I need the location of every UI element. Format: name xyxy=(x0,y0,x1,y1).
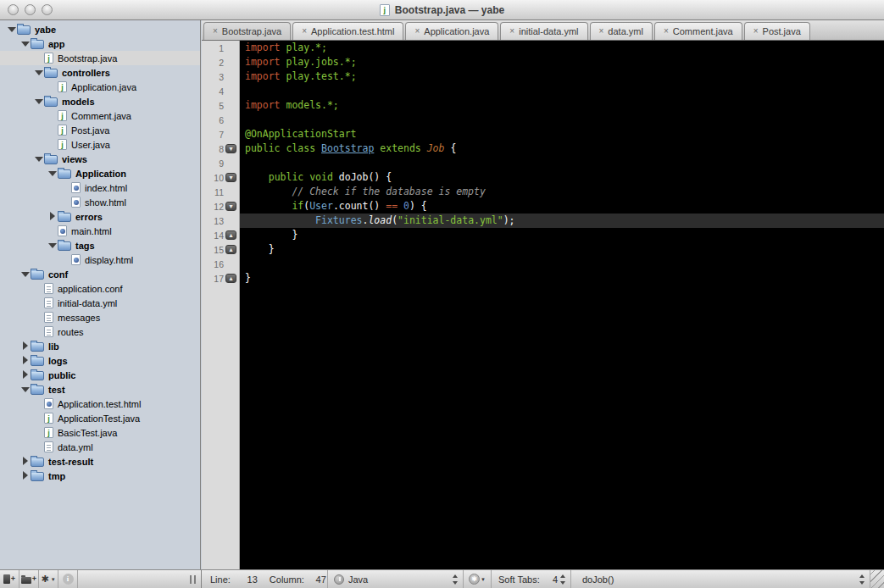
close-tab-icon[interactable]: × xyxy=(664,27,669,36)
tree-item-lib[interactable]: lib xyxy=(0,339,200,353)
code-line[interactable]: 3import play.test.*; xyxy=(202,69,884,84)
code-line[interactable]: 1import play.*; xyxy=(202,41,884,55)
close-tab-icon[interactable]: × xyxy=(599,27,604,36)
disclosure-triangle-icon[interactable] xyxy=(47,241,58,250)
disclosure-triangle-icon[interactable] xyxy=(20,341,31,351)
tab-Comment.java[interactable]: ×Comment.java xyxy=(654,22,742,40)
tree-item-routes[interactable]: routes xyxy=(0,325,200,339)
tree-item-messages[interactable]: messages xyxy=(0,310,200,325)
fold-marker-icon[interactable]: ▾ xyxy=(225,144,236,153)
drawer-resize-handle[interactable] xyxy=(190,575,196,584)
bundle-actions-button[interactable]: ✱ ▼ xyxy=(464,570,491,588)
info-button[interactable]: i xyxy=(58,570,78,588)
disclosure-triangle-icon[interactable] xyxy=(34,154,44,164)
tab-Bootstrap.java[interactable]: ×Bootstrap.java xyxy=(203,22,291,40)
tree-item-display.html[interactable]: display.html xyxy=(0,252,200,267)
fold-marker-icon[interactable]: ▴ xyxy=(225,230,236,240)
close-tab-icon[interactable]: × xyxy=(302,27,307,36)
language-selector[interactable]: Java xyxy=(328,570,463,588)
close-window-button[interactable] xyxy=(8,4,19,15)
tree-item-app[interactable]: app xyxy=(0,36,200,51)
tree-item-application.conf[interactable]: application.conf xyxy=(0,281,200,296)
code-line[interactable]: 7@OnApplicationStart xyxy=(202,127,884,141)
tree-item-tmp[interactable]: tmp xyxy=(0,469,200,483)
code-line[interactable]: 4 xyxy=(202,84,884,98)
tab-Application.java[interactable]: ×Application.java xyxy=(405,22,498,40)
code-empty-area[interactable] xyxy=(240,286,884,569)
code-line[interactable]: 15▴ } xyxy=(202,242,884,257)
editor-pane[interactable]: 1import play.*;2import play.jobs.*;3impo… xyxy=(202,41,884,569)
close-tab-icon[interactable]: × xyxy=(213,27,218,36)
close-tab-icon[interactable]: × xyxy=(753,27,759,36)
tree-item-test[interactable]: test xyxy=(0,382,200,397)
tree-item-show.html[interactable]: show.html xyxy=(0,195,200,209)
code-area[interactable]: 1import play.*;2import play.jobs.*;3impo… xyxy=(202,41,884,569)
symbol-popup[interactable]: doJob() xyxy=(571,570,870,588)
fold-marker-icon[interactable]: ▴ xyxy=(225,274,236,283)
code-line[interactable]: 5import models.*; xyxy=(202,98,884,113)
window-resize-grip[interactable] xyxy=(870,570,884,588)
disclosure-triangle-icon[interactable] xyxy=(47,169,58,178)
tree-item-errors[interactable]: errors xyxy=(0,209,200,224)
disclosure-triangle-icon[interactable] xyxy=(7,25,17,34)
disclosure-triangle-icon[interactable] xyxy=(20,356,31,365)
tree-item-logs[interactable]: logs xyxy=(0,353,200,368)
tree-item-data.yml[interactable]: data.yml xyxy=(0,440,200,454)
tree-item-index.html[interactable]: index.html xyxy=(0,180,200,195)
tree-item-Application.java[interactable]: Application.java xyxy=(0,80,200,94)
tree-item-BasicTest.java[interactable]: BasicTest.java xyxy=(0,425,200,440)
tree-item-controllers[interactable]: controllers xyxy=(0,65,200,80)
tab-initial-data.yml[interactable]: ×initial-data.yml xyxy=(500,22,587,40)
tree-item-initial-data.yml[interactable]: initial-data.yml xyxy=(0,296,200,310)
code-line[interactable]: 2import play.jobs.*; xyxy=(202,55,884,69)
code-line[interactable]: 17▴} xyxy=(202,271,884,286)
minimize-window-button[interactable] xyxy=(25,4,36,15)
close-tab-icon[interactable]: × xyxy=(414,27,420,36)
tree-item-models[interactable]: models xyxy=(0,94,200,108)
tree-item-public[interactable]: public xyxy=(0,368,200,382)
action-menu-button[interactable]: ✱ ▼ xyxy=(39,570,58,588)
code-line[interactable]: 9 xyxy=(202,156,884,170)
disclosure-triangle-icon[interactable] xyxy=(20,269,31,279)
title-bar[interactable]: j Bootstrap.java — yabe xyxy=(0,0,884,20)
code-line[interactable]: 10▾ public void doJob() { xyxy=(202,170,884,185)
tree-item-test-result[interactable]: test-result xyxy=(0,454,200,469)
disclosure-triangle-icon[interactable] xyxy=(20,471,31,480)
disclosure-triangle-icon[interactable] xyxy=(20,385,31,394)
fold-marker-icon[interactable]: ▾ xyxy=(225,202,236,211)
document-proxy-icon[interactable]: j xyxy=(380,4,390,16)
tab-Post.java[interactable]: ×Post.java xyxy=(744,22,810,40)
disclosure-triangle-icon[interactable] xyxy=(20,39,31,48)
code-line[interactable]: 6 xyxy=(202,113,884,127)
soft-tabs-selector[interactable]: Soft Tabs: 4 xyxy=(492,570,570,588)
tree-item-Comment.java[interactable]: Comment.java xyxy=(0,108,200,123)
tree-item-tags[interactable]: tags xyxy=(0,238,200,252)
code-line[interactable]: 12▾ if(User.count() == 0) { xyxy=(202,199,884,214)
tree-item-Post.java[interactable]: Post.java xyxy=(0,123,200,137)
tree-item-ApplicationTest.java[interactable]: ApplicationTest.java xyxy=(0,411,200,425)
zoom-window-button[interactable] xyxy=(42,4,53,15)
code-line[interactable]: 16 xyxy=(202,257,884,271)
new-folder-button[interactable]: + xyxy=(19,570,39,588)
disclosure-triangle-icon[interactable] xyxy=(20,370,31,380)
disclosure-triangle-icon[interactable] xyxy=(34,97,44,106)
tree-item-yabe[interactable]: yabe xyxy=(0,22,200,36)
editor-filler[interactable] xyxy=(202,286,884,569)
disclosure-triangle-icon[interactable] xyxy=(20,457,31,466)
tab-Application.test.html[interactable]: ×Application.test.html xyxy=(292,22,403,40)
tab-data.yml[interactable]: ×data.yml xyxy=(590,22,653,40)
tree-item-main.html[interactable]: main.html xyxy=(0,224,200,238)
code-line[interactable]: 8▾public class Bootstrap extends Job { xyxy=(202,141,884,156)
tree-item-User.java[interactable]: User.java xyxy=(0,137,200,152)
disclosure-triangle-icon[interactable] xyxy=(34,68,44,77)
fold-marker-icon[interactable]: ▴ xyxy=(225,245,236,254)
code-line[interactable]: 11 // Check if the database is empty xyxy=(202,185,884,199)
code-line[interactable]: 13 Fixtures.load("initial-data.yml"); xyxy=(202,214,884,228)
close-tab-icon[interactable]: × xyxy=(509,27,514,36)
tree-item-conf[interactable]: conf xyxy=(0,267,200,281)
tree-item-Bootstrap.java[interactable]: Bootstrap.java xyxy=(0,51,200,65)
disclosure-triangle-icon[interactable] xyxy=(47,212,58,221)
new-file-button[interactable]: + xyxy=(0,570,19,588)
tree-item-views[interactable]: views xyxy=(0,152,200,166)
fold-marker-icon[interactable]: ▾ xyxy=(225,173,236,182)
